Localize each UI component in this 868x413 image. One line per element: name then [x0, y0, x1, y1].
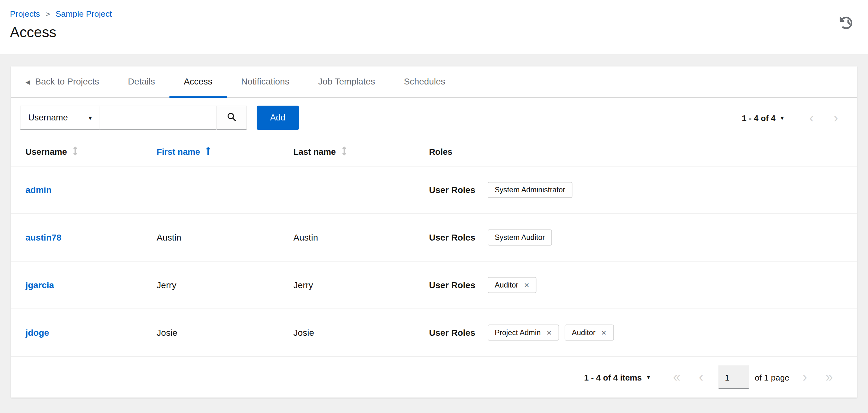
filter-key-label: Username [28, 113, 67, 123]
breadcrumb: Projects > Sample Project [10, 9, 858, 18]
history-icon[interactable] [837, 14, 855, 33]
chevron-down-icon: ▾ [89, 114, 92, 122]
search-input[interactable] [100, 106, 216, 130]
chips: System Auditor [487, 230, 552, 246]
add-button[interactable]: Add [257, 106, 299, 130]
roles-cell: User Roles Auditor✕ [429, 277, 857, 293]
toolbar: Username ▾ Add 1 - 4 of 4 ▾ [11, 98, 857, 137]
last-name-cell: Josie [293, 328, 429, 338]
column-label: Roles [429, 147, 452, 157]
role-chip: Auditor✕ [565, 324, 614, 341]
user-roles-label: User Roles [429, 232, 475, 242]
user-roles-label: User Roles [429, 280, 475, 290]
tab-label: Job Templates [318, 77, 375, 87]
content-area: ◀ Back to Projects Details Access Notifi… [0, 54, 868, 398]
bottom-pagination: 1 - 4 of 4 items ▾ « ‹ of 1 page › » [11, 356, 857, 398]
access-card: ◀ Back to Projects Details Access Notifi… [11, 66, 857, 398]
roles-cell: User Roles Project Admin✕Auditor✕ [429, 324, 857, 341]
role-chip: System Administrator [487, 182, 572, 198]
breadcrumb-link-projects[interactable]: Projects [10, 9, 40, 18]
pagination-summary: 1 - 4 of 4 [742, 113, 776, 123]
column-header-last-name[interactable]: Last name [293, 146, 429, 157]
breadcrumb-link-sample-project[interactable]: Sample Project [56, 9, 112, 18]
username-link[interactable]: jdoge [26, 328, 49, 337]
chips: Auditor✕ [487, 277, 536, 293]
top-pagination: 1 - 4 of 4 ▾ ‹ › [742, 111, 848, 125]
tab-label: Access [184, 77, 212, 87]
prev-page-button[interactable]: ‹ [799, 111, 824, 125]
role-chip: System Auditor [487, 230, 552, 246]
tab-label: Back to Projects [35, 77, 99, 87]
chips: System Administrator [487, 182, 572, 198]
first-name-cell: Austin [157, 232, 293, 242]
back-arrow-icon: ◀ [26, 78, 30, 85]
search-icon [227, 112, 237, 123]
column-header-username[interactable]: Username [26, 146, 157, 157]
items-per-page-caret-icon[interactable]: ▾ [647, 373, 650, 381]
column-header-roles: Roles [429, 147, 857, 157]
username-link[interactable]: admin [26, 185, 52, 195]
first-name-cell: Josie [157, 328, 293, 338]
next-page-button[interactable]: › [793, 371, 817, 384]
role-chip-label: Project Admin [495, 329, 541, 337]
roles-cell: User Roles System Administrator [429, 182, 857, 198]
role-chip-label: System Auditor [495, 233, 545, 241]
last-page-button[interactable]: » [817, 371, 841, 384]
sort-ascending-icon [206, 146, 211, 157]
chip-remove-icon[interactable]: ✕ [524, 282, 530, 288]
search-button[interactable] [217, 106, 247, 130]
sort-icon [73, 146, 77, 157]
role-chip: Auditor✕ [487, 277, 536, 293]
column-label: Username [26, 147, 67, 157]
tab-label: Notifications [241, 77, 289, 87]
last-name-cell: Jerry [293, 280, 429, 290]
column-header-first-name[interactable]: First name [157, 146, 293, 157]
tab-schedules[interactable]: Schedules [390, 66, 460, 97]
filter-key-dropdown[interactable]: Username ▾ [20, 106, 100, 130]
table-header-row: Username First name Last name [11, 138, 857, 167]
page-count-label: of 1 page [755, 372, 789, 382]
column-label: First name [157, 147, 200, 157]
prev-page-button[interactable]: ‹ [689, 371, 713, 384]
page-number-input[interactable] [719, 366, 749, 389]
username-link[interactable]: austin78 [26, 232, 62, 242]
table-body: admin User Roles System Administrator au… [11, 167, 857, 356]
user-roles-label: User Roles [429, 185, 475, 195]
chip-remove-icon[interactable]: ✕ [546, 329, 552, 336]
first-name-cell: Jerry [157, 280, 293, 290]
tab-bar: ◀ Back to Projects Details Access Notifi… [11, 66, 857, 98]
tab-job-templates[interactable]: Job Templates [304, 66, 390, 97]
pagination-dropdown-caret-icon[interactable]: ▾ [781, 114, 784, 122]
column-label: Last name [293, 147, 336, 157]
table-row: jdoge Josie Josie User Roles Project Adm… [11, 309, 857, 356]
page-nav: « ‹ of 1 page › » [664, 366, 841, 389]
table-row: admin User Roles System Administrator [11, 167, 857, 214]
role-chip-label: System Administrator [495, 186, 565, 194]
roles-cell: User Roles System Auditor [429, 230, 857, 246]
next-page-button[interactable]: › [824, 111, 848, 125]
user-roles-label: User Roles [429, 328, 475, 338]
table-row: austin78 Austin Austin User Roles System… [11, 214, 857, 262]
masthead: Projects > Sample Project Access [0, 0, 868, 54]
tab-access[interactable]: Access [169, 66, 227, 97]
tab-notifications[interactable]: Notifications [227, 66, 304, 97]
tab-back-to-projects[interactable]: ◀ Back to Projects [11, 66, 114, 97]
role-chip-label: Auditor [495, 281, 518, 289]
first-page-button[interactable]: « [664, 371, 689, 384]
breadcrumb-separator-icon: > [45, 9, 50, 18]
last-name-cell: Austin [293, 232, 429, 242]
role-chip-label: Auditor [572, 329, 596, 337]
role-chip: Project Admin✕ [487, 324, 559, 341]
app-root: Projects > Sample Project Access ◀ Back … [0, 0, 868, 413]
chip-remove-icon[interactable]: ✕ [601, 329, 607, 336]
chips: Project Admin✕Auditor✕ [487, 324, 614, 341]
tab-label: Details [128, 77, 155, 87]
items-summary: 1 - 4 of 4 items [584, 372, 642, 382]
username-link[interactable]: jgarcia [26, 280, 54, 289]
tab-details[interactable]: Details [114, 66, 169, 97]
table-row: jgarcia Jerry Jerry User Roles Auditor✕ [11, 262, 857, 309]
page-title: Access [10, 24, 858, 41]
sort-icon [342, 146, 346, 157]
tab-label: Schedules [404, 77, 445, 87]
